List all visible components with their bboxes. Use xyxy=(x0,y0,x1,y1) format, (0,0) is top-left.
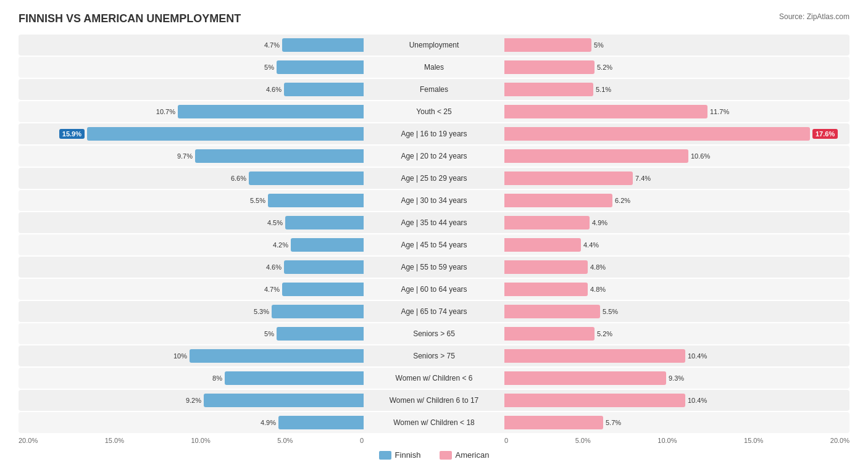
row-label: Youth < 25 xyxy=(366,107,502,116)
row-label: Seniors > 65 xyxy=(366,329,502,338)
bar-left xyxy=(285,216,364,229)
bar-left-container: 5.3% xyxy=(19,305,366,318)
row-inner: 8% Women w/ Children < 6 9.3% xyxy=(19,370,849,387)
bar-left xyxy=(277,327,364,341)
row-label: Age | 16 to 19 years xyxy=(366,130,502,138)
bar-right-container: 4.4% xyxy=(502,238,849,252)
legend-box-finnish xyxy=(379,451,391,460)
bar-right xyxy=(504,83,593,96)
val-right: 11.7% xyxy=(710,108,729,115)
val-right: 7.4% xyxy=(635,175,651,182)
axis-label: 0 xyxy=(360,437,364,444)
bar-right-container: 10.6% xyxy=(502,149,849,163)
bar-left xyxy=(225,371,364,385)
val-left: 4.9% xyxy=(261,419,276,426)
row-label: Age | 60 to 64 years xyxy=(366,285,502,294)
bar-right xyxy=(504,38,591,52)
bar-right-container: 11.7% xyxy=(502,105,849,118)
row-label: Age | 30 to 34 years xyxy=(366,196,502,205)
bar-left-wrap: 15.9% xyxy=(59,127,364,141)
bar-right-container: 5.2% xyxy=(502,327,849,341)
axis-row: 20.0% 15.0% 10.0% 5.0% 0 0 5.0% 10.0% 15… xyxy=(19,437,849,444)
bar-right-wrap: 10.4% xyxy=(504,394,707,407)
bar-left-wrap: 4.2% xyxy=(273,238,364,252)
bar-right-container: 5.1% xyxy=(502,83,849,96)
val-right: 10.4% xyxy=(688,397,707,404)
bar-right xyxy=(504,194,612,207)
chart-row: 4.6% Females 5.1% xyxy=(19,79,849,100)
axis-label: 15.0% xyxy=(744,437,763,444)
chart-row: 5% Seniors > 65 5.2% xyxy=(19,323,849,344)
chart-row: 15.9% Age | 16 to 19 years 17.6% xyxy=(19,123,849,144)
val-right: 4.8% xyxy=(590,263,606,271)
legend-label-finnish: Finnish xyxy=(395,450,421,460)
bar-left-wrap: 10.7% xyxy=(156,105,364,118)
bar-left-wrap: 6.6% xyxy=(231,172,364,185)
bar-right xyxy=(504,371,666,385)
bar-left-container: 5.5% xyxy=(19,194,366,207)
bar-left-wrap: 5.5% xyxy=(250,194,364,207)
bar-left-container: 9.2% xyxy=(19,394,366,407)
bar-left-container: 4.7% xyxy=(19,38,366,52)
chart-row: 4.2% Age | 45 to 54 years 4.4% xyxy=(19,234,849,255)
bar-left-container: 9.7% xyxy=(19,149,366,163)
row-label: Age | 65 to 74 years xyxy=(366,307,502,316)
val-right: 6.2% xyxy=(615,197,630,204)
val-left: 8% xyxy=(212,374,222,382)
bar-left-wrap: 8% xyxy=(212,371,364,385)
bar-right-container: 17.6% xyxy=(502,127,849,141)
bar-right xyxy=(504,149,688,163)
row-inner: 4.2% Age | 45 to 54 years 4.4% xyxy=(19,236,849,254)
chart-row: 10.7% Youth < 25 11.7% xyxy=(19,101,849,122)
bar-right-container: 5.2% xyxy=(502,60,849,74)
bar-right xyxy=(504,105,707,118)
bar-right-wrap: 5.7% xyxy=(504,416,621,429)
chart-row: 4.7% Unemployment 5% xyxy=(19,35,849,56)
bar-right xyxy=(504,127,810,141)
bar-left-wrap: 4.6% xyxy=(266,260,364,274)
row-inner: 5% Males 5.2% xyxy=(19,59,849,76)
bar-right-wrap: 10.4% xyxy=(504,349,707,363)
bar-left xyxy=(195,149,364,163)
axis-label: 20.0% xyxy=(19,437,38,444)
chart-row: 5.3% Age | 65 to 74 years 5.5% xyxy=(19,301,849,322)
bar-right xyxy=(504,60,595,74)
bar-right xyxy=(504,327,595,341)
val-left: 5% xyxy=(264,330,274,337)
axis-left: 20.0% 15.0% 10.0% 5.0% 0 xyxy=(19,437,366,444)
bar-left xyxy=(284,260,364,274)
row-label: Age | 45 to 54 years xyxy=(366,241,502,249)
bar-left xyxy=(284,83,364,96)
bar-left xyxy=(190,349,364,363)
bar-left-container: 8% xyxy=(19,371,366,385)
axis-right: 0 5.0% 10.0% 15.0% 20.0% xyxy=(502,437,849,444)
chart-source: Source: ZipAtlas.com xyxy=(779,12,849,21)
bar-right-wrap: 4.8% xyxy=(504,260,606,274)
val-right: 10.4% xyxy=(688,352,707,360)
val-left: 4.2% xyxy=(273,241,288,249)
row-inner: 4.7% Unemployment 5% xyxy=(19,36,849,54)
chart-container: FINNISH VS AMERICAN UNEMPLOYMENT Source:… xyxy=(0,0,868,467)
val-left: 4.7% xyxy=(264,41,280,49)
row-label: Age | 20 to 24 years xyxy=(366,152,502,160)
row-label: Unemployment xyxy=(366,41,502,49)
bar-right xyxy=(504,172,633,185)
row-inner: 10.7% Youth < 25 11.7% xyxy=(19,103,849,120)
chart-row: 5% Males 5.2% xyxy=(19,57,849,78)
val-left: 15.9% xyxy=(59,129,85,139)
row-inner: 15.9% Age | 16 to 19 years 17.6% xyxy=(19,125,849,143)
val-left: 9.2% xyxy=(186,397,201,404)
bar-right-wrap: 4.9% xyxy=(504,216,607,229)
val-left: 4.5% xyxy=(267,219,283,226)
chart-row: 5.5% Age | 30 to 34 years 6.2% xyxy=(19,190,849,211)
bar-left-wrap: 4.6% xyxy=(266,83,364,96)
axis-label: 15.0% xyxy=(105,437,124,444)
val-right: 4.8% xyxy=(590,286,606,293)
bar-right-container: 4.8% xyxy=(502,283,849,296)
bar-left-container: 15.9% xyxy=(19,127,366,141)
val-right: 5% xyxy=(594,41,604,49)
bar-right-wrap: 5.5% xyxy=(504,305,618,318)
bar-right xyxy=(504,416,603,429)
bar-left-container: 5% xyxy=(19,60,366,74)
axis-label: 10.0% xyxy=(657,437,677,444)
